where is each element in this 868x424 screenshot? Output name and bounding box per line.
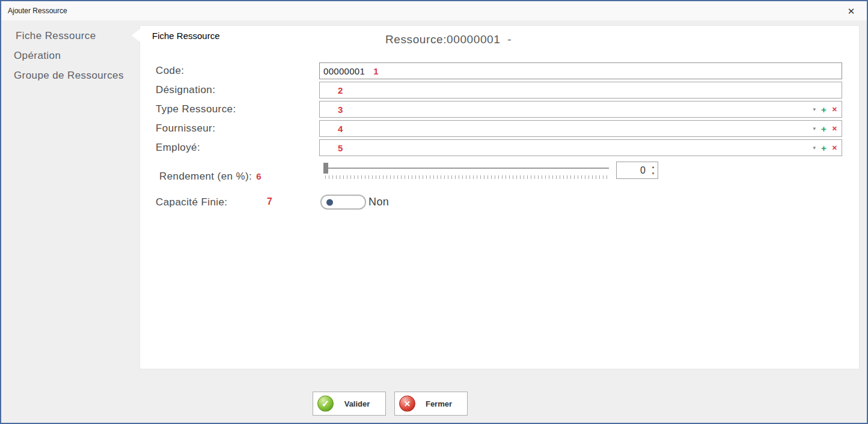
rendement-value: 0 <box>617 162 649 178</box>
chevron-down-icon[interactable]: ▾ <box>813 106 816 112</box>
code-input[interactable]: 00000001 1 <box>319 62 842 79</box>
code-input-content: 00000001 1 <box>323 63 378 79</box>
selected-tab-notch <box>132 29 140 42</box>
annotation-7: 7 <box>267 196 272 207</box>
employe-combo-icons: ▾ + ✕ <box>813 140 837 156</box>
dialog-window: Ajouter Ressource ✕ Fiche Ressource Opér… <box>0 0 868 424</box>
slider-track <box>328 168 609 169</box>
annotation-4: 4 <box>338 124 343 134</box>
check-icon: ✓ <box>317 396 334 412</box>
designation-label: Désignation: <box>156 82 215 98</box>
add-icon[interactable]: + <box>821 124 827 133</box>
chevron-down-icon[interactable]: ▾ <box>813 126 816 132</box>
cross-icon: ✕ <box>399 396 415 412</box>
annotation-5: 5 <box>338 143 343 153</box>
employe-label: Employé: <box>156 139 200 156</box>
toggle-dot <box>326 199 333 205</box>
remove-icon[interactable]: ✕ <box>832 125 837 133</box>
rendement-label: Rendement (en %): <box>159 171 252 183</box>
title-bar: Ajouter Ressource ✕ <box>1 1 867 20</box>
remove-icon[interactable]: ✕ <box>832 106 837 114</box>
add-icon[interactable]: + <box>821 105 827 114</box>
fournisseur-combobox[interactable]: 4 ▾ + ✕ <box>319 120 842 137</box>
capacite-finie-toggle[interactable] <box>320 195 366 210</box>
designation-input[interactable]: 2 <box>319 82 842 98</box>
sidebar-item-operation[interactable]: Opération <box>14 49 61 62</box>
spinner-down-icon[interactable]: ▼ <box>652 172 655 175</box>
rendement-spinner[interactable]: 0 ▲ ▼ <box>616 162 658 179</box>
add-icon[interactable]: + <box>821 144 827 153</box>
type-ressource-combo-icons: ▾ + ✕ <box>813 101 837 117</box>
slider-thumb[interactable] <box>323 163 328 174</box>
chevron-down-icon[interactable]: ▾ <box>813 145 816 151</box>
rendement-slider[interactable] <box>322 162 612 180</box>
capacite-finie-label: Capacité Finie: <box>156 196 227 208</box>
resource-number-header: Ressource:00000001 - <box>385 33 512 46</box>
code-value: 00000001 <box>323 66 365 76</box>
type-ressource-label: Type Ressource: <box>156 101 236 118</box>
annotation-1: 1 <box>373 66 378 76</box>
close-icon[interactable]: ✕ <box>845 5 858 18</box>
valider-button[interactable]: ✓ Valider <box>313 392 386 416</box>
main-panel: Fiche Ressource Ressource:00000001 - Cod… <box>139 25 860 369</box>
annotation-6: 6 <box>256 171 261 181</box>
fermer-button[interactable]: ✕ Fermer <box>394 392 468 416</box>
slider-ticks <box>325 175 609 179</box>
panel-title: Fiche Ressource <box>152 31 220 41</box>
type-ressource-combobox[interactable]: 3 ▾ + ✕ <box>319 101 842 118</box>
fournisseur-combo-icons: ▾ + ✕ <box>813 121 837 136</box>
rendement-label-row: Rendement (en %): 6 <box>159 171 261 183</box>
window-title: Ajouter Ressource <box>8 7 67 15</box>
annotation-3: 3 <box>338 104 343 115</box>
code-label: Code: <box>156 62 184 79</box>
capacite-finie-state: Non <box>368 196 389 208</box>
sidebar-item-fiche-ressource[interactable]: Fiche Ressource <box>16 29 96 43</box>
fournisseur-label: Fournisseur: <box>156 120 215 137</box>
spinner-up-icon[interactable]: ▲ <box>652 165 655 169</box>
spinner-arrows: ▲ ▼ <box>649 162 658 178</box>
employe-combobox[interactable]: 5 ▾ + ✕ <box>319 139 842 156</box>
remove-icon[interactable]: ✕ <box>832 144 837 152</box>
annotation-2: 2 <box>338 85 343 95</box>
sidebar-item-groupe-de-ressources[interactable]: Groupe de Ressources <box>14 69 124 82</box>
